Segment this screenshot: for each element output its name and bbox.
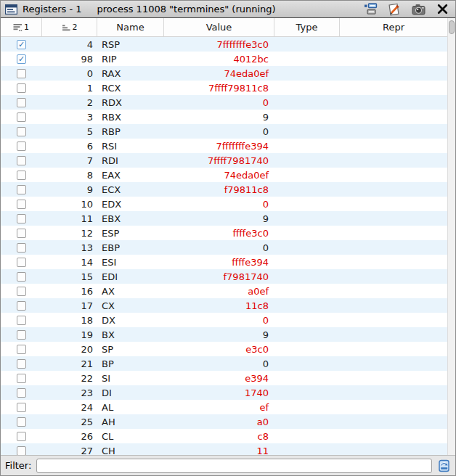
favorite-checkbox[interactable]: ✓ — [17, 272, 26, 282]
register-number: 8 — [87, 170, 93, 181]
register-name: ECX — [102, 184, 121, 195]
register-row[interactable]: ✓ 9 ECX f79811c8 — [1, 182, 447, 197]
register-number: 25 — [81, 416, 93, 427]
column-header-repr[interactable]: Repr — [340, 18, 447, 36]
register-row[interactable]: ✓ 11 EBX 9 — [1, 211, 447, 226]
favorite-checkbox[interactable]: ✓ — [17, 127, 26, 136]
favorite-checkbox[interactable]: ✓ — [17, 388, 26, 398]
register-value: 0 — [263, 97, 269, 108]
favorite-checkbox[interactable]: ✓ — [17, 141, 26, 151]
register-name: CX — [102, 300, 115, 311]
register-row[interactable]: ✓ 25 AH a0 — [1, 414, 447, 429]
filter-options-icon[interactable] — [437, 459, 451, 472]
vertical-scrollbar[interactable] — [447, 18, 455, 455]
column-header-value[interactable]: Value — [164, 18, 274, 36]
favorite-checkbox[interactable]: ✓ — [17, 171, 26, 180]
register-row[interactable]: ✓ 3 RBX 9 — [1, 110, 447, 124]
register-name: CH — [102, 446, 115, 456]
register-row[interactable]: ✓ 5 RBP 0 — [1, 124, 447, 139]
process-status-label: process 11008 "termmines" (running) — [97, 4, 358, 15]
stacked-rows-icon[interactable] — [363, 3, 378, 16]
register-name: AH — [102, 416, 115, 427]
favorite-checkbox[interactable]: ✓ — [17, 374, 26, 383]
favorite-checkbox[interactable]: ✓ — [17, 243, 26, 253]
register-number: 10 — [81, 199, 93, 210]
register-row[interactable]: ✓ 18 DX 0 — [1, 313, 447, 327]
register-name: RSI — [102, 141, 117, 152]
register-row[interactable]: ✓ 17 CX 11c8 — [1, 298, 447, 313]
favorite-checkbox[interactable]: ✓ — [17, 112, 26, 122]
favorite-checkbox[interactable]: ✓ — [17, 229, 26, 238]
favorite-checkbox[interactable]: ✓ — [17, 330, 26, 340]
register-value: a0 — [257, 416, 269, 427]
register-row[interactable]: ✓ 19 BX 9 — [1, 327, 447, 342]
camera-icon[interactable] — [411, 3, 426, 16]
register-value: ffffe394 — [232, 257, 269, 268]
favorite-checkbox[interactable]: ✓ — [17, 258, 26, 267]
register-row[interactable]: ✓ 6 RSI 7fffffffe394 — [1, 139, 447, 153]
register-number: 16 — [81, 286, 93, 297]
register-row[interactable]: ✓ 23 DI 1740 — [1, 385, 447, 400]
column-header-number[interactable]: 2 — [42, 18, 97, 36]
registers-table: 1 2 Name Value Type Repr ✓ 4 RSP — [1, 18, 455, 455]
register-row[interactable]: ✓ 4 RSP 7fffffffe3c0 — [1, 37, 447, 52]
favorite-checkbox[interactable]: ✓ — [17, 446, 26, 456]
register-name: DI — [102, 387, 112, 398]
register-value: 7fffffffe394 — [216, 141, 269, 152]
favorite-checkbox[interactable]: ✓ — [17, 301, 26, 311]
register-number: 9 — [87, 184, 93, 195]
register-value: c8 — [258, 431, 269, 442]
favorite-checkbox[interactable]: ✓ — [17, 287, 26, 296]
register-row[interactable]: ✓ 20 SP e3c0 — [1, 342, 447, 356]
scrollbar-thumb[interactable] — [449, 20, 455, 34]
register-row[interactable]: ✓ 26 CL c8 — [1, 429, 447, 443]
register-row[interactable]: ✓ 98 RIP 4012bc — [1, 52, 447, 66]
favorite-checkbox[interactable]: ✓ — [17, 54, 26, 64]
filter-input[interactable] — [36, 459, 432, 473]
register-row[interactable]: ✓ 14 ESI ffffe394 — [1, 255, 447, 269]
register-name: RIP — [102, 54, 117, 65]
favorite-checkbox[interactable]: ✓ — [17, 185, 26, 194]
favorite-checkbox[interactable]: ✓ — [17, 345, 26, 354]
register-name: AL — [102, 402, 113, 413]
register-row[interactable]: ✓ 16 AX a0ef — [1, 284, 447, 298]
register-row[interactable]: ✓ 12 ESP ffffe3c0 — [1, 226, 447, 240]
sort-ascending-icon — [62, 23, 72, 32]
favorite-checkbox[interactable]: ✓ — [17, 200, 26, 209]
close-icon[interactable] — [435, 3, 449, 16]
register-row[interactable]: ✓ 27 CH 11 — [1, 443, 447, 455]
favorite-checkbox[interactable]: ✓ — [17, 359, 26, 369]
register-row[interactable]: ✓ 10 EDX 0 — [1, 197, 447, 211]
favorite-checkbox[interactable]: ✓ — [17, 69, 26, 78]
favorite-checkbox[interactable]: ✓ — [17, 98, 26, 107]
favorite-checkbox[interactable]: ✓ — [17, 316, 26, 325]
register-row[interactable]: ✓ 0 RAX 74eda0ef — [1, 66, 447, 81]
favorite-checkbox[interactable]: ✓ — [17, 417, 26, 427]
favorite-checkbox[interactable]: ✓ — [17, 40, 26, 49]
column-header-favorite[interactable]: 1 — [1, 18, 42, 36]
register-row[interactable]: ✓ 13 EBP 0 — [1, 240, 447, 255]
register-number: 18 — [81, 315, 93, 326]
register-row[interactable]: ✓ 7 RDI 7ffff7981740 — [1, 153, 447, 168]
register-value: 0 — [263, 242, 269, 253]
filter-bar: Filter: — [1, 455, 455, 475]
register-name: CL — [102, 431, 113, 442]
register-name: AX — [102, 286, 115, 297]
register-row[interactable]: ✓ 8 EAX 74eda0ef — [1, 168, 447, 182]
favorite-checkbox[interactable]: ✓ — [17, 83, 26, 93]
register-row[interactable]: ✓ 24 AL ef — [1, 400, 447, 414]
register-name: RBP — [102, 126, 121, 137]
register-name: RSP — [102, 39, 120, 50]
favorite-checkbox[interactable]: ✓ — [17, 403, 26, 412]
register-row[interactable]: ✓ 15 EDI f7981740 — [1, 269, 447, 284]
register-row[interactable]: ✓ 1 RCX 7ffff79811c8 — [1, 81, 447, 95]
register-row[interactable]: ✓ 22 SI e394 — [1, 371, 447, 385]
favorite-checkbox[interactable]: ✓ — [17, 214, 26, 223]
edit-pencil-icon[interactable] — [387, 3, 402, 16]
favorite-checkbox[interactable]: ✓ — [17, 432, 26, 441]
favorite-checkbox[interactable]: ✓ — [17, 156, 26, 165]
column-header-name[interactable]: Name — [97, 18, 164, 36]
register-row[interactable]: ✓ 2 RDX 0 — [1, 95, 447, 110]
column-header-type[interactable]: Type — [274, 18, 340, 36]
register-row[interactable]: ✓ 21 BP 0 — [1, 356, 447, 371]
